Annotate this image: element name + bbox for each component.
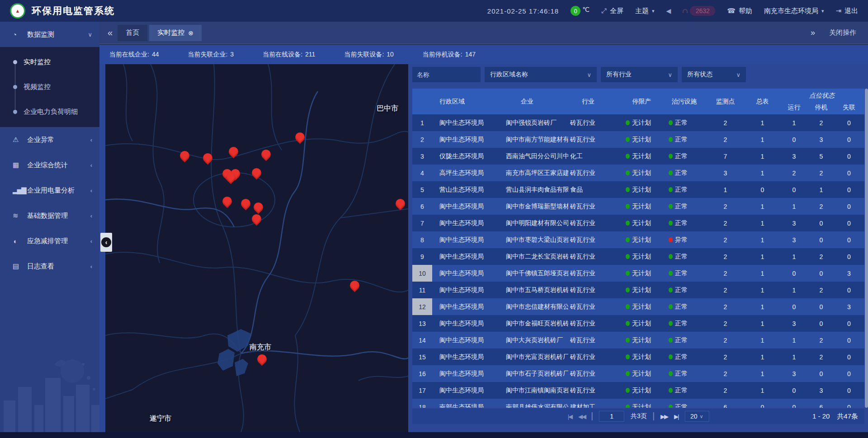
sidebar-collapse-button[interactable]: ‹ <box>100 233 112 252</box>
cell-production: 无计划 <box>620 403 663 408</box>
sidebar-group-基础数据管理[interactable]: ≋基础数据管理‹ <box>0 203 99 228</box>
table-row[interactable]: 17阆中生态环境局阆中市江南镇阆南页岩砖瓦行业无计划正常21030 <box>412 382 864 399</box>
row-index: 11 <box>412 282 432 298</box>
cell-production-label: 无计划 <box>632 136 651 144</box>
tabs-scroll-right-button[interactable]: » <box>811 28 814 38</box>
map-panel[interactable]: 巴中市南充市遂宁市 <box>105 64 408 432</box>
cell-industry: 砖瓦行业 <box>568 136 620 144</box>
tabs-scroll-left-button[interactable]: « <box>108 28 111 38</box>
cell-facility-label: 正常 <box>675 136 688 144</box>
sidebar-group-label: 企业异常 <box>27 136 54 144</box>
cell-production: 无计划 <box>620 136 663 144</box>
table-row[interactable]: 9阆中生态环境局阆中市二龙长宝页岩砖砖瓦行业无计划正常21120 <box>412 248 864 265</box>
cell-company: 西南油气田分公司川中 <box>503 152 568 160</box>
cell-company: 阆中市五马桥页岩机砖 <box>503 286 568 294</box>
tab-实时监控[interactable]: 实时监控⊗ <box>149 25 202 41</box>
table-row[interactable]: 7阆中生态环境局阆中明阳建材有限公司砖瓦行业无计划正常21300 <box>412 215 864 231</box>
mute-button[interactable]: ◀ <box>666 7 671 14</box>
map-marker-pin[interactable] <box>201 151 215 165</box>
sidebar-group-企业综合统计[interactable]: ▦企业综合统计‹ <box>0 152 99 178</box>
next-page-button[interactable]: ▶▶ <box>660 413 668 420</box>
table-row[interactable]: 15阆中生态环境局阆中市光富页岩机砖厂砖瓦行业无计划正常21120 <box>412 349 864 365</box>
map-marker-pin[interactable] <box>252 201 265 214</box>
tab-label: 实时监控 <box>157 28 184 37</box>
table-row[interactable]: 14阆中生态环境局阆中大兴页岩机砖厂砖瓦行业无计划正常21120 <box>412 332 864 349</box>
cell-lost: 0 <box>834 253 864 260</box>
help-button[interactable]: ☎ 帮助 <box>727 7 752 15</box>
table-row[interactable]: 6阆中生态环境局阆中市金博瑞新型墙材砖瓦行业无计划正常21120 <box>412 198 864 215</box>
table-row[interactable]: 8阆中生态环境局阆中市枣碧大梁山页岩砖瓦行业无计划异常21300 <box>412 231 864 248</box>
table-row[interactable]: 16阆中生态环境局阆中市石子页岩机砖厂砖瓦行业无计划正常21300 <box>412 365 864 382</box>
close-operations-button[interactable]: 关闭操作 <box>829 28 856 37</box>
cell-meter: 1 <box>745 387 779 394</box>
map-marker-pin[interactable] <box>221 195 234 208</box>
cell-facility-label: 正常 <box>675 386 688 395</box>
tab-close-icon[interactable]: ⊗ <box>188 29 193 37</box>
app-root: { "header": { "title": "环保用电监管系统", "date… <box>0 0 868 438</box>
map-marker-pin[interactable] <box>250 166 264 180</box>
org-menu[interactable]: 南充市生态环境局 ▾ <box>764 7 824 15</box>
table-row[interactable]: 12阆中生态环境局阆中市忠信建材有限公砖瓦行业无计划正常21003 <box>412 298 864 315</box>
sidebar-item-视频监控[interactable]: 视频监控 <box>0 75 99 99</box>
last-page-button[interactable]: ▶| <box>674 413 678 420</box>
chevron-down-icon: ∨ <box>88 31 92 38</box>
sidebar-group-日志查看[interactable]: ▤日志查看‹ <box>0 254 99 279</box>
sidebar-group-label: 基础数据管理 <box>27 212 68 220</box>
table-scrollbar[interactable] <box>865 89 868 408</box>
table-row[interactable]: 5营山生态环境局营山县润丰肉食品有限食品无计划正常10010 <box>412 181 864 198</box>
sidebar-item-企业电力负荷明细[interactable]: 企业电力负荷明细 <box>0 99 99 124</box>
logout-button[interactable]: ⇥ 退出 <box>835 7 858 15</box>
cell-facility-label: 正常 <box>675 336 688 344</box>
map-marker-pin[interactable] <box>250 212 264 226</box>
table-row[interactable]: 18南部生态环境局南部县雄伟水泥有限公建材加工无计划正常60060 <box>412 399 864 408</box>
main-content: 巴中市南充市遂宁市 行政区域名称 ∨ 所有行业 ∨ 所有状态 ∨ 行政区域 企业… <box>99 64 868 432</box>
name-search-input[interactable] <box>412 67 481 82</box>
table-row[interactable]: 3仪陇生态环境局西南油气田分公司川中化工无计划正常71350 <box>412 148 864 165</box>
region-select[interactable]: 行政区域名称 ∨ <box>485 67 597 82</box>
cell-production: 无计划 <box>620 119 663 127</box>
stats-bar: 当前在线企业:44当前失联企业:3当前在线设备:211当前失联设备:10当前停机… <box>99 45 868 64</box>
cell-lost: 0 <box>834 136 864 143</box>
map-marker-pin[interactable] <box>227 145 241 159</box>
top-header: ▲ 环保用电监管系统 2021-02-25 17:46:18 0 ℃ ⤢ 全屏 … <box>0 0 868 22</box>
map-marker-pin[interactable] <box>255 353 269 366</box>
theme-menu[interactable]: 主题 ▾ <box>635 7 655 15</box>
table-row[interactable]: 2阆中生态环境局阆中市南方节能建材有砖瓦行业无计划正常21030 <box>412 131 864 148</box>
next-page-icon: ▶▶ <box>660 413 668 420</box>
sidebar-group-应急减排管理[interactable]: ◖应急减排管理‹ <box>0 228 99 254</box>
page-size-select[interactable]: 20 ∨ <box>684 411 709 422</box>
first-page-button[interactable]: |◀ <box>568 413 572 420</box>
row-index: 5 <box>412 181 432 198</box>
industry-select[interactable]: 所有行业 ∨ <box>601 67 678 82</box>
cell-lost: 0 <box>834 287 864 294</box>
sidebar-group-企业异常[interactable]: ⚠企业异常‹ <box>0 127 99 152</box>
status-select[interactable]: 所有状态 ∨ <box>682 67 746 82</box>
sidebar-group-企业用电量分析[interactable]: ▂▅▇企业用电量分析‹ <box>0 178 99 203</box>
status-dot-green-icon <box>669 204 673 209</box>
map-marker-pin[interactable] <box>394 197 407 211</box>
map-marker-pin[interactable] <box>259 148 273 161</box>
map-marker-pin[interactable] <box>178 149 192 163</box>
notifications-button[interactable]: 2632 <box>683 6 715 16</box>
range-label: 1 - 20 <box>812 412 830 421</box>
cell-monitor: 1 <box>705 186 745 193</box>
page-number-input[interactable] <box>599 411 624 422</box>
tab-首页[interactable]: 首页 <box>118 25 147 41</box>
fullscreen-button[interactable]: ⤢ 全屏 <box>601 7 623 15</box>
table-row[interactable]: 1阆中生态环境局阆中强锐页岩砖厂砖瓦行业无计划正常21120 <box>412 114 864 131</box>
table-row[interactable]: 4高坪生态环境局南充市高坪区王家店建砖瓦行业无计划正常31220 <box>412 165 864 181</box>
cell-production-label: 无计划 <box>632 186 651 194</box>
bell-icon <box>683 9 688 13</box>
table-row[interactable]: 11阆中生态环境局阆中市五马桥页岩机砖砖瓦行业无计划正常21120 <box>412 282 864 298</box>
map-marker-pin[interactable] <box>293 131 307 144</box>
prev-page-button[interactable]: ◀◀ <box>578 413 585 420</box>
sidebar-item-实时监控[interactable]: 实时监控 <box>0 50 99 75</box>
cell-meter: 1 <box>745 203 779 210</box>
table-row[interactable]: 13阆中生态环境局阆中市金福旺页岩机砖砖瓦行业无计划正常21300 <box>412 315 864 332</box>
cell-monitor: 2 <box>705 287 745 294</box>
table-row[interactable]: 10阆中生态环境局阆中千佛镇五郎垭页岩砖瓦行业无计划正常21003 <box>412 265 864 282</box>
sidebar-group-数据监测[interactable]: ◔数据监测∨ <box>0 22 99 47</box>
map-marker-pin[interactable] <box>239 197 253 211</box>
cell-industry: 砖瓦行业 <box>568 169 620 177</box>
map-marker-pin[interactable] <box>348 279 362 292</box>
